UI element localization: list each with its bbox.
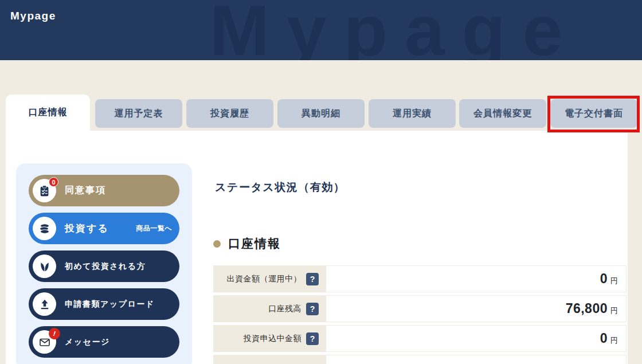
coins-icon bbox=[38, 222, 52, 236]
row-label: 口座残高 bbox=[268, 304, 302, 314]
sidebar-item-label: メッセージ bbox=[65, 337, 110, 347]
section-title-account-info: 口座情報 bbox=[228, 236, 281, 252]
beginner-mark-icon bbox=[38, 260, 51, 273]
row-unit: 円 bbox=[610, 276, 618, 285]
row-label: 投資申込中金額 bbox=[244, 334, 302, 344]
sidebar-item-messages[interactable]: ! メッセージ bbox=[29, 326, 179, 358]
sidebar-item-first-time[interactable]: 初めて投資される方 bbox=[29, 251, 179, 282]
product-list-link[interactable]: 商品一覧へ bbox=[136, 224, 172, 233]
row-unit: 円 bbox=[610, 336, 618, 345]
table-row-value: 76,800円 bbox=[326, 295, 627, 322]
tab-investment-history[interactable]: 投資履歴 bbox=[186, 99, 273, 128]
tab-member-info-change[interactable]: 会員情報変更 bbox=[459, 99, 546, 128]
header-watermark: Mypage bbox=[210, 0, 580, 60]
help-icon[interactable]: ? bbox=[306, 332, 319, 345]
header: Mypage Mypage bbox=[0, 0, 642, 60]
table-row-value bbox=[326, 355, 627, 364]
sidebar-item-label: 初めて投資される方 bbox=[65, 261, 146, 272]
tab-operation-schedule[interactable]: 運用予定表 bbox=[95, 99, 182, 128]
table-row-value: 0円 bbox=[326, 325, 627, 352]
tab-operation-results[interactable]: 運用実績 bbox=[369, 99, 456, 128]
sidebar-item-label: 投資する bbox=[65, 222, 109, 235]
upload-icon bbox=[38, 298, 51, 311]
mypage-logo: Mypage bbox=[10, 10, 56, 22]
row-label: 出資金額（運用中） bbox=[227, 274, 302, 284]
table-row-label: 出資金額（運用中） ? bbox=[213, 265, 326, 292]
table-row-label: 口座残高 ? bbox=[213, 295, 326, 322]
sidebar-item-invest[interactable]: 投資する 商品一覧へ bbox=[29, 213, 179, 244]
sidebar-item-label: 同意事項 bbox=[65, 185, 106, 197]
tab-electronic-documents[interactable]: 電子交付書面 bbox=[550, 99, 637, 128]
row-unit: 円 bbox=[610, 306, 618, 315]
tab-transfer-details[interactable]: 異動明細 bbox=[277, 99, 365, 128]
section-bullet-icon bbox=[213, 240, 221, 248]
row-value: 76,800 bbox=[566, 301, 608, 316]
sidebar-item-agreements[interactable]: 0 同意事項 bbox=[29, 175, 179, 206]
help-icon[interactable]: ? bbox=[306, 273, 319, 285]
table-row-value: 0円 bbox=[326, 265, 627, 292]
status-heading: ステータス状況（有効） bbox=[215, 180, 345, 195]
tab-account-info[interactable]: 口座情報 bbox=[6, 95, 90, 131]
row-value: 0 bbox=[600, 271, 608, 286]
clipboard-check-icon bbox=[38, 185, 51, 197]
agreements-badge: 0 bbox=[49, 177, 58, 187]
row-value: 0 bbox=[600, 331, 608, 346]
table-row-label: 投資申込中金額 ? bbox=[213, 325, 326, 352]
table-row-label bbox=[213, 355, 326, 364]
sidebar-item-label: 申請書類アップロード bbox=[65, 299, 155, 310]
sidebar-item-document-upload[interactable]: 申請書類アップロード bbox=[29, 288, 179, 320]
help-icon[interactable]: ? bbox=[306, 303, 319, 315]
